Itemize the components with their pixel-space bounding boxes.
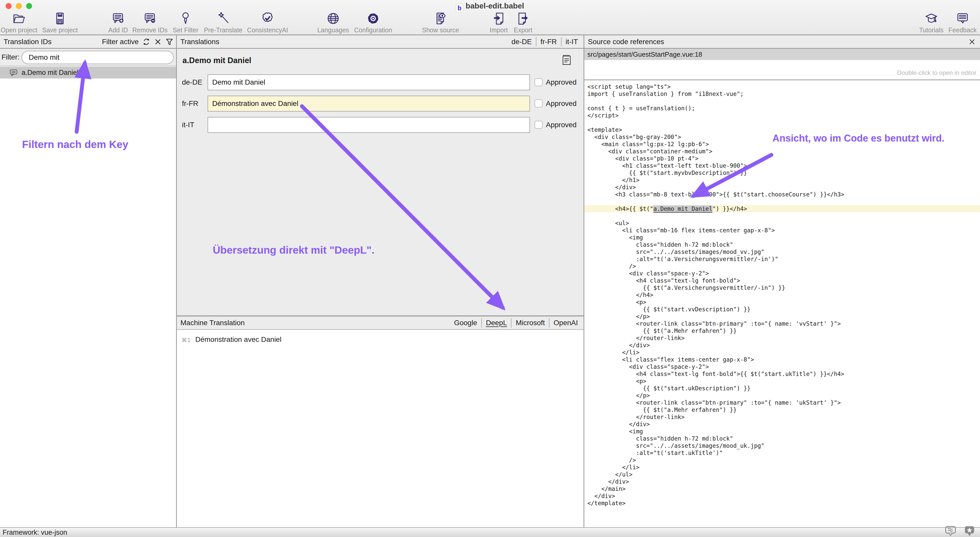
code-line: /> (584, 263, 980, 270)
close-panel-icon[interactable] (968, 37, 977, 46)
code-line: <p> (584, 378, 980, 385)
window-chrome: bbabel-edit.babel Open project Save proj… (0, 0, 980, 35)
approved-label-fr-FR: Approved (546, 96, 577, 112)
code-listing: <script setup lang="ts">import { useTran… (584, 83, 980, 527)
language-tabs: de-DE fr-FR it-IT (508, 35, 582, 48)
source-hint-row: Double-click to open in editor (584, 60, 980, 80)
translation-input-fr-FR[interactable] (208, 96, 530, 112)
translation-key-heading: a.Demo mit Daniel (183, 56, 251, 65)
filter-funnel-icon[interactable] (165, 38, 173, 46)
window-title: bbabel-edit.babel (0, 1, 980, 11)
code-line: {{ $t("start.vvDescription") }} (584, 306, 980, 313)
clear-filter-icon[interactable] (154, 38, 162, 46)
code-line: :alt="t('a.Versicherungsvermittler/-in')… (584, 255, 980, 263)
lang-label-it-IT: it-IT (182, 117, 194, 133)
code-line: </h4> (584, 291, 980, 298)
filter-input[interactable] (22, 51, 174, 64)
pre-translate-button[interactable]: Pre-Translate (197, 11, 249, 34)
code-line: {{ $t("a.Versicherungsvermittler/-in") }… (584, 284, 980, 291)
translation-input-it-IT[interactable] (208, 117, 530, 133)
code-line: const { t } = useTranslation(); (584, 105, 980, 112)
approved-checkbox-it-IT[interactable] (535, 121, 542, 129)
code-divider (584, 80, 980, 80)
tab-it-IT[interactable]: it-IT (561, 37, 582, 46)
message-bubble-icon (9, 69, 18, 76)
code-line: import { useTranslation } from "i18next-… (584, 90, 980, 97)
mt-shortcut-badge: ⌘1 (181, 337, 191, 343)
code-line: <li class="flex items-center gap-x-8"> (584, 356, 980, 363)
star-badge-icon[interactable] (964, 525, 975, 537)
code-line: <div class="space-y-2"> (584, 363, 980, 370)
approved-checkbox-de-DE[interactable] (535, 78, 542, 86)
code-line: <div class="space-y-2"> (584, 270, 980, 277)
comment-note-icon[interactable] (562, 54, 572, 66)
code-line: </div> (584, 421, 980, 428)
code-line: </script> (584, 112, 980, 119)
code-line: </div> (584, 478, 980, 485)
code-line: <li class="mb-16 flex items-center gap-x… (584, 227, 980, 234)
export-icon (516, 11, 530, 25)
add-id-icon (111, 11, 125, 25)
save-disk-icon (53, 11, 67, 25)
translation-row-it-IT: it-IT Approved (177, 117, 584, 133)
lang-label-fr-FR: fr-FR (182, 96, 198, 112)
panel-divider-right[interactable] (584, 35, 584, 527)
mt-suggestion-text: Démonstration avec Daniel (195, 335, 282, 344)
translations-area: Translations de-DE fr-FR it-IT a.Demo mi… (177, 35, 584, 316)
lang-label-de-DE: de-DE (182, 74, 202, 90)
code-line: <main class="lg:px-12 lg:pb-6"> (584, 140, 980, 148)
show-source-button[interactable]: Show source (415, 11, 466, 34)
feedback-bubble-icon (955, 11, 970, 25)
tab-microsoft[interactable]: Microsoft (511, 318, 549, 327)
translation-input-de-DE[interactable] (208, 74, 530, 90)
code-line: </main> (584, 485, 980, 492)
refresh-filter-icon[interactable] (142, 38, 150, 46)
graduation-cap-icon (924, 11, 939, 25)
feedback-button[interactable]: Feedback (937, 11, 980, 34)
configuration-button[interactable]: Configuration (347, 11, 399, 34)
highlighted-translation-key: a.Demo mit Daniel (653, 206, 712, 212)
tab-deepl[interactable]: DeepL (481, 318, 511, 327)
tab-de-DE[interactable]: de-DE (508, 37, 536, 46)
approved-checkbox-fr-FR[interactable] (535, 99, 542, 107)
code-line: class="hidden h-72 md:block" (584, 435, 980, 442)
open-folder-icon (12, 11, 26, 25)
code-line: <img (584, 234, 980, 241)
code-line: </ul> (584, 471, 980, 478)
tab-fr-FR[interactable]: fr-FR (536, 37, 561, 46)
mt-suggestion-row[interactable]: ⌘1 Démonstration avec Daniel (177, 335, 584, 347)
document-icon: b (456, 3, 463, 12)
funnel-icon (178, 11, 193, 25)
code-line: <div class="container-medium"> (584, 148, 980, 155)
framework-status: Framework: vue-json (3, 528, 67, 537)
source-references-title: Source code references (588, 35, 664, 48)
export-button[interactable]: Export (498, 11, 549, 34)
code-line: </li> (584, 464, 980, 471)
save-project-button[interactable]: Save project (34, 11, 86, 34)
code-line: <script setup lang="ts"> (584, 83, 980, 90)
source-eye-icon (433, 11, 448, 25)
code-line: class="hidden h-72 md:block" (584, 241, 980, 248)
code-line: </router-link> (584, 413, 980, 421)
translation-id-item[interactable]: a.Demo mit Daniel (0, 67, 176, 78)
code-line (584, 212, 980, 220)
translation-id-label: a.Demo mit Daniel (22, 69, 78, 76)
code-line: {{ $t("a.Mehr erfahren") }} (584, 406, 980, 413)
code-line: <p> (584, 298, 980, 306)
code-line: {{ $t("a.Mehr erfahren") }} (584, 327, 980, 335)
panel-divider-left[interactable] (176, 35, 177, 527)
tab-google[interactable]: Google (450, 318, 481, 327)
consistency-ai-button[interactable]: ConsistencyAI (242, 11, 293, 34)
language-sync-bubble-icon[interactable] (945, 525, 956, 537)
source-file-reference[interactable]: src/pages/start/GuestStartPage.vue:18 (584, 49, 980, 60)
open-in-editor-hint: Double-click to open in editor (897, 69, 977, 76)
machine-translation-title: Machine Translation (180, 317, 245, 329)
code-line: </div> (584, 183, 980, 191)
code-line: <template> (584, 126, 980, 133)
main-area: Translation IDs Filter active Filter: a.… (0, 35, 980, 527)
code-line: {{ $t("start.myvbvDescription") }} (584, 169, 980, 177)
code-line: <img (584, 428, 980, 435)
tab-openai[interactable]: OpenAI (549, 318, 582, 327)
code-line: </div> (584, 492, 980, 500)
code-line: </p> (584, 392, 980, 399)
